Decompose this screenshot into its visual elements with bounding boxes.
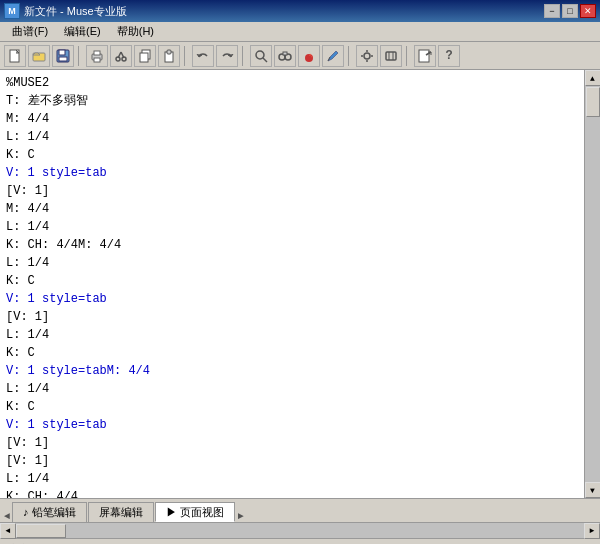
svg-rect-3 [59,50,65,55]
tab-page-view-label: ▶ 页面视图 [166,505,224,520]
window-title: 新文件 - Muse专业版 [24,4,127,19]
scroll-down-button[interactable]: ▼ [585,482,601,498]
hscroll-left-button[interactable]: ◄ [0,523,16,539]
tab-arrow-left[interactable]: ◄ [4,511,10,522]
app-icon: M [4,3,20,19]
toolbar-sep-2 [184,46,188,66]
toolbar: ? [0,42,600,70]
svg-rect-13 [140,53,148,62]
code-line: K: CH: 4/4 [6,488,578,498]
toolbar-settings2[interactable] [380,45,402,67]
code-line: L: 1/4 [6,218,578,236]
svg-point-21 [305,54,313,62]
toolbar-search[interactable] [250,45,272,67]
toolbar-paste[interactable] [158,45,180,67]
code-line: L: 1/4 [6,254,578,272]
menu-bar: 曲谱(F) 编辑(E) 帮助(H) [0,22,600,42]
tab-arrow-right[interactable]: ► [238,511,244,522]
menu-item-2[interactable]: 帮助(H) [109,22,162,41]
horizontal-scrollbar[interactable]: ◄ ► [0,522,600,538]
scroll-track[interactable] [585,86,600,482]
svg-rect-15 [167,50,171,54]
title-bar-buttons[interactable]: − □ ✕ [544,4,596,18]
toolbar-sep-1 [78,46,82,66]
svg-rect-20 [283,52,287,55]
svg-point-16 [256,51,264,59]
code-line: T: 差不多弱智 [6,92,578,110]
status-bar: 就绪 Ln 28, Col 7 [0,538,600,544]
code-line: K: C [6,146,578,164]
code-line: [V: 1] [6,182,578,200]
code-line: [V: 1] [6,434,578,452]
code-line: K: CH: 4/4M: 4/4 [6,236,578,254]
code-line: M: 4/4 [6,110,578,128]
toolbar-new[interactable] [4,45,26,67]
title-bar: M 新文件 - Muse专业版 − □ ✕ [0,0,600,22]
toolbar-sep-5 [406,46,410,66]
toolbar-help[interactable]: ? [438,45,460,67]
toolbar-print[interactable] [86,45,108,67]
tab-bar: ◄ ♪ 铅笔编辑 屏幕编辑 ▶ 页面视图 ► [0,498,600,522]
toolbar-pen[interactable] [322,45,344,67]
scroll-up-button[interactable]: ▲ [585,70,601,86]
editor-area[interactable]: %MUSE2T: 差不多弱智M: 4/4L: 1/4K: CV: 1 style… [0,70,584,498]
tab-pencil-edit-label: ♪ 铅笔编辑 [23,505,76,520]
code-line: V: 1 style=tab [6,290,578,308]
toolbar-copy[interactable] [134,45,156,67]
code-line: [V: 1] [6,308,578,326]
toolbar-open[interactable] [28,45,50,67]
toolbar-undo[interactable] [192,45,214,67]
tab-pencil-edit[interactable]: ♪ 铅笔编辑 [12,502,87,522]
code-line: K: C [6,398,578,416]
svg-rect-28 [386,52,396,60]
hscroll-right-button[interactable]: ► [584,523,600,539]
code-line: L: 1/4 [6,326,578,344]
tab-page-view[interactable]: ▶ 页面视图 [155,502,235,522]
toolbar-fire[interactable] [298,45,320,67]
code-line: K: C [6,272,578,290]
title-bar-left: M 新文件 - Muse专业版 [4,3,127,19]
tab-screen-edit-label: 屏幕编辑 [99,505,143,520]
maximize-button[interactable]: □ [562,4,578,18]
code-line: V: 1 style=tab [6,164,578,182]
toolbar-sep-4 [348,46,352,66]
code-line: %MUSE2 [6,74,578,92]
toolbar-cut[interactable] [110,45,132,67]
toolbar-export[interactable] [414,45,436,67]
code-line: L: 1/4 [6,128,578,146]
tab-screen-edit[interactable]: 屏幕编辑 [88,502,154,522]
scroll-thumb[interactable] [586,87,600,117]
toolbar-settings1[interactable] [356,45,378,67]
main-area: %MUSE2T: 差不多弱智M: 4/4L: 1/4K: CV: 1 style… [0,70,600,498]
toolbar-save[interactable] [52,45,74,67]
hscroll-thumb[interactable] [16,524,66,538]
svg-rect-7 [94,58,100,62]
svg-point-23 [364,53,370,59]
toolbar-redo[interactable] [216,45,238,67]
code-line: L: 1/4 [6,470,578,488]
menu-item-1[interactable]: 编辑(E) [56,22,109,41]
code-line: V: 1 style=tab [6,416,578,434]
code-line: L: 1/4 [6,380,578,398]
hscroll-track[interactable] [16,523,584,538]
code-line: V: 1 style=tabM: 4/4 [6,362,578,380]
toolbar-binoculars[interactable] [274,45,296,67]
code-content: %MUSE2T: 差不多弱智M: 4/4L: 1/4K: CV: 1 style… [0,70,584,498]
vertical-scrollbar[interactable]: ▲ ▼ [584,70,600,498]
minimize-button[interactable]: − [544,4,560,18]
svg-rect-31 [419,50,429,62]
code-line: M: 4/4 [6,200,578,218]
svg-rect-6 [94,51,100,55]
svg-rect-4 [59,57,67,61]
code-line: K: C [6,344,578,362]
svg-line-17 [263,58,267,62]
code-line: [V: 1] [6,452,578,470]
menu-item-0[interactable]: 曲谱(F) [4,22,56,41]
toolbar-sep-3 [242,46,246,66]
close-button[interactable]: ✕ [580,4,596,18]
